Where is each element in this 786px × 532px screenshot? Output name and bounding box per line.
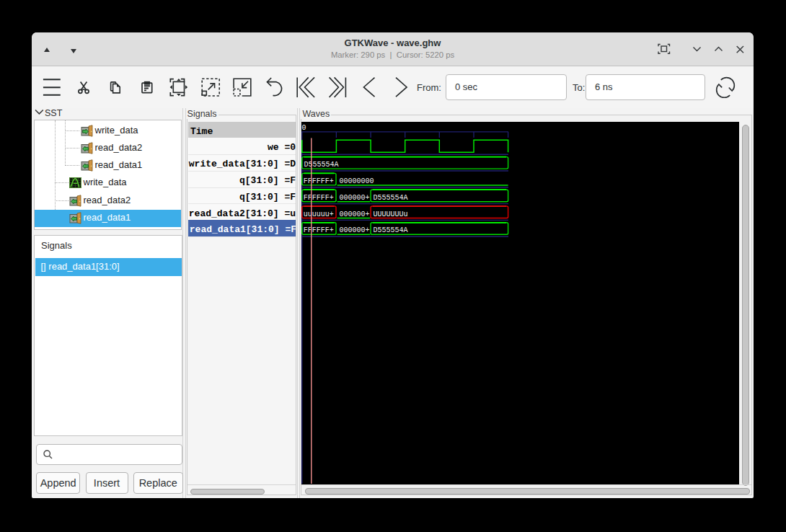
svg-text:00000000: 00000000: [339, 177, 374, 185]
svg-text:uuuuuu+: uuuuuu+: [303, 210, 333, 218]
svg-text:UUUUUUUu: UUUUUUUu: [373, 210, 407, 218]
svg-text:0: 0: [301, 124, 306, 132]
svg-text:000000+: 000000+: [339, 194, 369, 202]
svg-text:D555554A: D555554A: [373, 194, 407, 202]
svg-text:FFFFFF+: FFFFFF+: [303, 177, 333, 185]
svg-text:D555554A: D555554A: [304, 161, 338, 169]
svg-text:FFFFFF+: FFFFFF+: [303, 194, 333, 202]
svg-text:000000+: 000000+: [339, 210, 369, 218]
svg-text:000000+: 000000+: [339, 226, 369, 234]
svg-text:D555554A: D555554A: [373, 226, 407, 234]
svg-text:FFFFFF+: FFFFFF+: [303, 226, 333, 234]
